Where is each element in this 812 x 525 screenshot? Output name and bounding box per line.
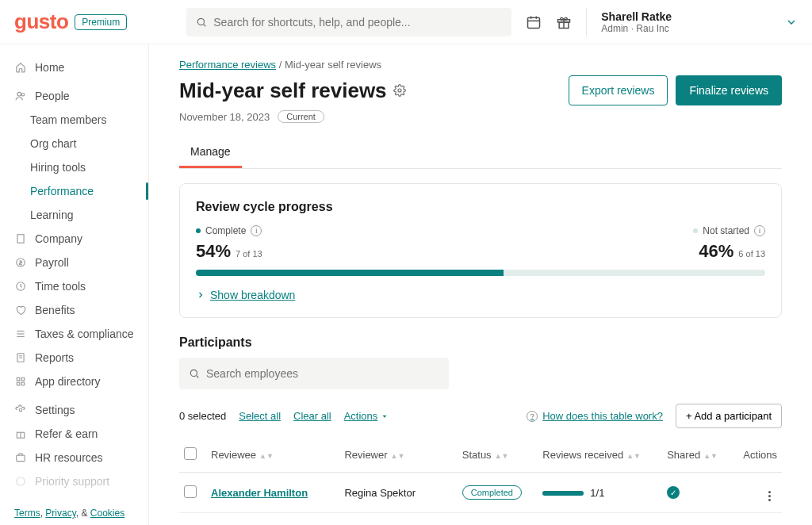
sidebar-item-label: Reports (35, 351, 74, 364)
info-icon[interactable]: i (754, 225, 765, 236)
svg-line-1 (204, 24, 206, 26)
employee-search[interactable] (179, 358, 449, 389)
briefcase-icon (14, 452, 27, 463)
gift-icon (14, 428, 27, 439)
check-circle-icon: ✓ (667, 486, 680, 499)
sidebar-item-taxes[interactable]: Taxes & compliance (0, 322, 148, 346)
sidebar-item-label: People (35, 90, 70, 102)
sidebar-item-reports[interactable]: Reports (0, 346, 148, 370)
clear-all-link[interactable]: Clear all (293, 410, 331, 422)
calendar-icon[interactable] (526, 14, 542, 30)
sidebar-item-priority[interactable]: Priority support (0, 469, 148, 493)
sidebar-item-time-tools[interactable]: Time tools (0, 274, 148, 298)
support-icon (14, 476, 27, 487)
sidebar-item-label: Performance (30, 185, 94, 197)
building-icon (14, 233, 27, 244)
reviewee-link[interactable]: Alexander Hamilton (211, 487, 308, 499)
breadcrumb-root[interactable]: Performance reviews (179, 59, 276, 71)
sidebar-item-label: Settings (35, 404, 75, 416)
sidebar-item-settings[interactable]: Settings (0, 398, 148, 422)
logo: gusto (14, 10, 68, 34)
finalize-reviews-button[interactable]: Finalize reviews (676, 75, 782, 105)
not-started-percent: 46% (699, 241, 733, 261)
sidebar-item-label: Company (35, 232, 82, 245)
page-date: November 18, 2023 (179, 111, 270, 123)
row-actions-menu[interactable] (761, 491, 777, 501)
received-fraction: 1/1 (590, 487, 604, 499)
svg-point-10 (21, 94, 25, 97)
complete-fraction: 7 of 13 (236, 249, 262, 259)
help-icon: ? (527, 411, 538, 422)
sort-icon: ▲▼ (391, 454, 405, 458)
document-icon (14, 352, 27, 363)
col-status[interactable]: Status▲▼ (458, 438, 538, 473)
people-icon (14, 90, 27, 102)
svg-rect-22 (17, 377, 20, 381)
dot-icon (693, 228, 698, 233)
add-participant-button[interactable]: + Add a participant (676, 404, 782, 428)
selected-count: 0 selected (179, 410, 226, 422)
sort-icon: ▲▼ (259, 454, 274, 458)
sidebar-item-label: App directory (35, 375, 100, 388)
user-menu[interactable]: Sharell Ratke Admin · Rau Inc (601, 10, 672, 34)
svg-point-9 (17, 92, 21, 96)
mini-progress-bar (542, 491, 584, 496)
sidebar-item-learning[interactable]: Learning (0, 203, 148, 227)
sidebar-item-hiring-tools[interactable]: Hiring tools (0, 155, 148, 179)
sidebar-item-refer[interactable]: Refer & earn (0, 422, 148, 446)
sidebar-item-org-chart[interactable]: Org chart (0, 132, 148, 155)
page-title: Mid-year self reviews (179, 79, 387, 103)
export-reviews-button[interactable]: Export reviews (569, 75, 668, 105)
svg-point-26 (19, 408, 22, 412)
sidebar-item-team-members[interactable]: Team members (0, 108, 148, 132)
row-checkbox[interactable] (184, 485, 197, 498)
terms-link[interactable]: Terms (14, 508, 40, 519)
actions-dropdown[interactable]: Actions (344, 410, 389, 422)
progress-bar (196, 270, 765, 276)
sidebar-item-label: HR resources (35, 451, 103, 464)
tab-manage[interactable]: Manage (179, 137, 242, 168)
chevron-right-icon (196, 290, 205, 300)
shared-cell: — (662, 513, 732, 526)
col-reviews-received[interactable]: Reviews received▲▼ (538, 438, 662, 473)
breadcrumb: Performance reviews / Mid-year self revi… (179, 59, 782, 71)
gift-icon[interactable] (556, 14, 572, 30)
help-link[interactable]: ?How does this table work? (527, 410, 663, 422)
premium-badge: Premium (75, 14, 127, 30)
sidebar-item-performance[interactable]: Performance (0, 179, 148, 203)
sidebar-item-label: Hiring tools (30, 161, 86, 174)
sidebar-item-people[interactable]: People (0, 84, 148, 108)
select-all-checkbox[interactable] (184, 447, 197, 460)
dollar-icon (14, 257, 27, 268)
global-search[interactable] (186, 8, 511, 36)
employee-search-input[interactable] (206, 367, 439, 380)
svg-marker-34 (383, 415, 387, 417)
sidebar-item-app-directory[interactable]: App directory (0, 370, 148, 393)
sidebar-item-label: Org chart (30, 137, 76, 150)
col-shared[interactable]: Shared▲▼ (662, 438, 732, 473)
sidebar-item-home[interactable]: Home (0, 56, 148, 79)
col-actions: Actions (732, 438, 782, 473)
gear-icon[interactable] (393, 84, 406, 97)
progress-title: Review cycle progress (196, 200, 765, 214)
sidebar-item-benefits[interactable]: Benefits (0, 298, 148, 322)
sidebar-item-hr-resources[interactable]: HR resources (0, 446, 148, 469)
svg-line-33 (197, 376, 199, 378)
col-reviewer[interactable]: Reviewer▲▼ (339, 438, 457, 473)
table-row: Alexander HamiltonRegina SpektorComplete… (179, 473, 782, 513)
sidebar-item-label: Team members (30, 113, 106, 126)
show-breakdown-link[interactable]: Show breakdown (196, 289, 765, 301)
reviewer-cell: Regina Spektor (339, 473, 457, 513)
select-all-link[interactable]: Select all (239, 410, 281, 422)
sidebar-item-payroll[interactable]: Payroll (0, 251, 148, 274)
cookies-link[interactable]: Cookies (90, 508, 124, 519)
sidebar-item-company[interactable]: Company (0, 227, 148, 251)
svg-point-32 (190, 370, 197, 376)
svg-rect-23 (21, 377, 25, 381)
info-icon[interactable]: i (251, 225, 262, 236)
gear-icon (14, 404, 27, 416)
global-search-input[interactable] (213, 16, 502, 29)
col-reviewee[interactable]: Reviewee▲▼ (206, 438, 339, 473)
chevron-down-icon[interactable] (785, 16, 798, 29)
privacy-link[interactable]: Privacy (45, 508, 75, 519)
